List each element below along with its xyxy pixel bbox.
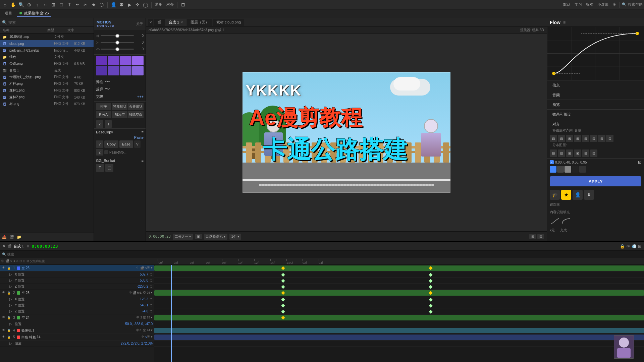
align-left-btn[interactable]: ⊡ [550, 135, 557, 142]
sublayer-val-y-2[interactable]: 545.1 [140, 303, 148, 307]
sublayer-stopwatch-icon-z2[interactable]: ⏱ [150, 310, 153, 313]
layer-3-lock-icon[interactable]: 🔒 [7, 316, 11, 319]
mask-icon[interactable]: ⚉ [118, 1, 125, 8]
project-new-comp-icon[interactable]: 🎬 [9, 235, 14, 239]
sublayer-stopwatch-icon-x2[interactable]: ⏱ [150, 298, 153, 301]
keyframe-sub-y2b[interactable] [429, 304, 432, 307]
sublayer-val-z-2[interactable]: -4.0 [143, 309, 148, 313]
vert-icon[interactable]: ↕ [34, 1, 41, 8]
keyframe-sub-y2a[interactable] [281, 304, 285, 307]
keyframe-sub-y1a[interactable] [281, 279, 285, 283]
grid-btn-4[interactable] [132, 56, 144, 65]
list-item[interactable]: 🎬 合成 1 合成 [0, 67, 94, 74]
gg-bunkai-menu-icon[interactable]: ≡ [142, 159, 144, 163]
grid-btn-8[interactable] [132, 66, 144, 75]
sublayer-stopwatch-icon[interactable]: ⏱ [150, 273, 153, 276]
rp-align-item[interactable]: 对齐 [550, 121, 641, 127]
tab-project[interactable]: 项目 [2, 10, 15, 17]
keyframe-sub-x2a[interactable] [281, 298, 285, 301]
grid-btn-3[interactable] [120, 56, 131, 65]
flow-star-icon-btn[interactable]: ★ [561, 190, 571, 200]
pointer-icon[interactable]: ✋ [9, 1, 17, 8]
dist-btn-2[interactable]: ⊡ [558, 149, 565, 157]
gg-text-icon[interactable]: T [96, 164, 104, 172]
tl-bar-2[interactable] [154, 290, 644, 296]
add-icon[interactable]: ⊕ [25, 1, 33, 8]
shape-icon[interactable]: ⬡ [98, 1, 105, 8]
sublayer-stopwatch-icon-y[interactable]: ⏱ [150, 279, 153, 282]
list-item[interactable]: 📁 10.8整篇.aep 文件夹 [0, 34, 94, 40]
tl-bar-5[interactable] [154, 335, 644, 340]
action-btn-remove-blank[interactable]: 移除空白 [128, 111, 144, 118]
flow-curve-area[interactable] [547, 27, 644, 80]
list-item[interactable]: 🖼 卡通路灯_变绕....png PNG 文件 4 KB [0, 74, 94, 80]
toolbar-workspace-learn[interactable]: 学习 [573, 2, 583, 7]
comp-tab-close-button[interactable]: ✕ [180, 20, 183, 24]
toolbar-mode-general[interactable]: 通用 [154, 2, 164, 7]
tab-effects-controls[interactable]: 效果控件 空 26 [17, 10, 51, 17]
easecopy-ease-button[interactable]: Ease [119, 140, 133, 148]
tl-lock-icon[interactable]: 🔒 [620, 244, 625, 249]
slider-2[interactable] [101, 42, 134, 43]
sublayer-stopwatch-icon-y2[interactable]: ⏱ [150, 304, 153, 307]
toolbar-mode-align[interactable]: 对齐 [165, 2, 175, 7]
keyframe-sub-z2b[interactable] [429, 310, 432, 313]
layer-5-color-swatch[interactable] [17, 336, 20, 339]
flow-person-icon-btn[interactable]: 👤 [573, 190, 583, 200]
action-btn-release-shape[interactable]: 释放形状 [112, 103, 127, 110]
tl-bar-4[interactable] [154, 328, 644, 333]
rp-info-item[interactable]: 信息 [550, 82, 641, 88]
flow-menu-icon[interactable]: ≡ [563, 20, 566, 25]
color-swatch-dark2[interactable] [579, 166, 586, 173]
layer-5-parent-dropdown[interactable]: 无 ▾ [147, 335, 153, 339]
align-bottom-btn[interactable]: ⊡ [590, 135, 597, 142]
easecopy-num-box[interactable]: ? [96, 140, 103, 148]
align-right-btn[interactable]: ⊠ [566, 135, 573, 142]
layer-5-lock-icon[interactable]: 🔒 [7, 336, 11, 339]
zoom-icon[interactable]: 🔍 [17, 1, 25, 8]
layer-row-2[interactable]: 👁 🔒 2 空 25 中 🎬 fx 1. 空 26 ▾ [0, 290, 154, 296]
tl-hide-icon[interactable]: 👁 [626, 244, 630, 249]
camera-dropdown[interactable]: 活跃摄像机 ▾ [204, 234, 227, 240]
grid-btn-2[interactable] [108, 56, 119, 65]
slider-3[interactable] [101, 49, 134, 50]
toolbar-workspace-library[interactable]: 库 [611, 2, 618, 7]
layer-3-parent-dropdown[interactable]: 2 空 25 ▾ [140, 315, 153, 320]
horiz-icon[interactable]: ↔ [42, 1, 49, 8]
number-box-1[interactable]: 1 [105, 120, 112, 128]
rp-audio-item[interactable]: 音频 [550, 92, 641, 98]
layer-row-4[interactable]: 👁 🔒 4 摄像机 1 中 3. 空 24 ▾ [0, 327, 154, 334]
comp-tab-layer[interactable]: 图层（无） [187, 19, 212, 26]
flow-tracker-icon-btn[interactable]: 🎓 [550, 190, 560, 200]
sublayer-val-pos-3[interactable]: 50.0, -668.0, -47.0 [125, 322, 153, 326]
easecopy-copy-button[interactable]: Copy [104, 140, 118, 148]
project-folder-icon[interactable]: 📁 [17, 235, 21, 239]
distribute-v-btn[interactable]: ⊡ [606, 135, 613, 142]
list-item[interactable]: 🖼 森林1.png PNG 文件 803 KB [0, 87, 94, 94]
list-item[interactable]: 🖼 公路.png PNG 文件 6.8 MB [0, 60, 94, 67]
rect-icon[interactable]: □ [58, 1, 65, 8]
layer-2-lock-icon[interactable]: 🔒 [7, 291, 11, 295]
tl-bar-1[interactable] [154, 265, 644, 271]
list-item[interactable]: 🖼 park-an...if-63.webp Importe... 448 KB [0, 47, 94, 54]
pen-icon[interactable]: ✒ [74, 1, 81, 8]
rp-color-checkbox[interactable]: ✓ [550, 160, 554, 164]
layer-1-color-swatch[interactable] [17, 266, 20, 270]
grid-btn-1[interactable] [96, 56, 107, 65]
tl-frame-blend-icon[interactable]: ⊞ [638, 244, 641, 249]
keyframe-sub-z1a[interactable] [281, 285, 285, 289]
dist-btn-4[interactable]: ⊠ [574, 149, 581, 157]
motion-tools-about-button[interactable]: 关于 [136, 22, 143, 26]
layer-2-parent-dropdown[interactable]: 1. 空 26 ▾ [140, 291, 153, 295]
keyframe-sub-z2a[interactable] [281, 310, 285, 313]
rp-effects-item[interactable]: 效果和预设 [550, 111, 641, 118]
flow-apply-button[interactable]: APPLY [550, 176, 641, 186]
view-mode-btn[interactable]: ▣ [195, 234, 202, 239]
layer-4-parent-dropdown[interactable]: 3. 空 24 ▾ [140, 328, 153, 333]
tl-bar-3[interactable] [154, 315, 644, 320]
toolbar-workspace-small[interactable]: 小屏幕 [596, 2, 610, 7]
layer-row-1[interactable]: 👁 🔒 1 空 26 中 🎬 fx 无 ▾ [0, 265, 154, 272]
comp-tab-asset[interactable]: 素材 cloud.png [213, 19, 244, 26]
project-search-input[interactable] [8, 20, 92, 24]
composition-viewer[interactable]: YKKKK Ae漫剪教程 卡通公路搭建 [146, 34, 547, 231]
